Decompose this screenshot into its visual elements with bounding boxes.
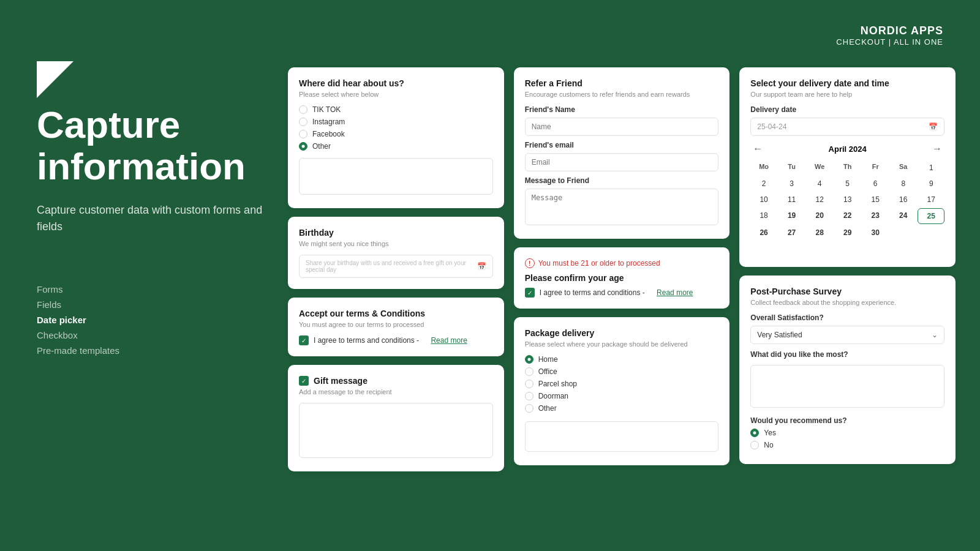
cal-day-5[interactable]: 5 [834,176,861,191]
cal-header-we: We [806,160,833,175]
cal-day-25[interactable]: 25 [918,208,944,224]
calendar-prev[interactable]: ← [750,143,765,154]
radio-other[interactable]: Other [299,142,493,151]
nav-forms[interactable]: Forms [37,284,270,294]
package-notes[interactable] [525,421,719,452]
brand-title: NORDIC APPS [836,24,943,37]
radio-circle-instagram [299,118,307,126]
cal-day-15[interactable]: 15 [862,192,889,207]
age-error: ! You must be 21 or older to processed [525,258,719,268]
nav-date-picker[interactable]: Date picker [37,315,270,325]
age-checkbox[interactable]: ✓ [525,288,535,298]
radio-parcel[interactable]: Parcel shop [525,380,719,388]
cal-day-20[interactable]: 20 [806,208,833,224]
cal-day-24[interactable]: 24 [890,208,917,224]
cal-day-19[interactable]: 19 [778,208,805,224]
cal-day-17[interactable]: 17 [918,192,944,207]
friends-email-input[interactable] [525,153,719,171]
radio-other-package[interactable]: Other [525,404,719,413]
nav-checkbox[interactable]: Checkbox [37,330,270,340]
cal-day-9[interactable]: 9 [918,176,944,191]
calendar-next[interactable]: → [930,143,944,154]
survey-subtitle: Collect feedback about the shopping expe… [750,299,944,306]
gift-subtitle: Add a message to the recipient [299,388,493,395]
friends-email-label: Friend's email [525,141,719,149]
nav-fields[interactable]: Fields [37,299,270,310]
cal-day-3[interactable]: 3 [778,176,805,191]
birthday-subtitle: We might sent you nice things [299,240,493,247]
cal-day-23[interactable]: 23 [862,208,889,224]
survey-title: Post-Purchase Survey [750,287,944,296]
cal-day-28[interactable]: 28 [806,225,833,240]
age-verify-card: ! You must be 21 or older to processed P… [514,247,730,309]
calendar-month: April 2024 [829,144,867,154]
radio-label-parcel: Parcel shop [538,380,577,388]
cal-day-6[interactable]: 6 [862,176,889,191]
cal-day-16[interactable]: 16 [890,192,917,207]
cal-day-empty3: - [750,241,777,256]
cal-day-10[interactable]: 10 [750,192,777,207]
radio-circle-doorman [525,392,533,400]
age-title: Please confirm your age [525,273,719,283]
error-icon: ! [525,258,535,268]
hero-description: Capture customer data with custom forms … [37,202,270,235]
radio-no[interactable]: No [750,441,944,449]
radio-label-no: No [764,441,773,449]
cal-day-18[interactable]: 18 [750,208,777,224]
cal-day-26[interactable]: 26 [750,225,777,240]
radio-label-home: Home [538,355,558,364]
where-heard-title: Where did hear about us? [299,78,493,88]
cal-day-8[interactable]: 8 [890,176,917,191]
cal-day-12[interactable]: 12 [806,192,833,207]
terms-checkbox[interactable]: ✓ [299,335,309,345]
radio-label-tiktok: TIK TOK [312,105,341,114]
cal-day-29[interactable]: 29 [834,225,861,240]
delivery-date-label: Delivery date [750,105,944,114]
terms-checkbox-row[interactable]: ✓ I agree to terms and conditions - Read… [299,335,493,345]
radio-circle-tiktok [299,105,307,114]
radio-yes[interactable]: Yes [750,429,944,437]
cal-day-27[interactable]: 27 [778,225,805,240]
radio-circle-yes [750,429,759,437]
age-checkbox-row[interactable]: ✓ I agree to terms and conditions - Read… [525,288,719,298]
radio-home[interactable]: Home [525,355,719,364]
nav-templates[interactable]: Pre-made templates [37,345,270,356]
birthday-date-input[interactable]: Share your birthday with us and received… [299,255,493,278]
gift-checkbox[interactable]: ✓ [299,376,309,386]
terms-read-more[interactable]: Read more [431,336,467,345]
delivery-title: Select your delivery date and time [750,78,944,88]
branding: NORDIC APPS CHECKOUT | ALL IN ONE [836,24,943,47]
radio-facebook[interactable]: Facebook [299,130,493,138]
cal-day-2[interactable]: 2 [750,176,777,191]
cal-day-empty1: - [890,225,917,240]
cal-day-11[interactable]: 11 [778,192,805,207]
radio-tiktok[interactable]: TIK TOK [299,105,493,114]
cal-day-30[interactable]: 30 [862,225,889,240]
age-read-more[interactable]: Read more [657,288,693,297]
cal-header-fr: Fr [862,160,889,175]
cal-header-sa: Sa [890,160,917,175]
cal-day-1[interactable]: 1 [918,160,944,175]
radio-label-instagram: Instagram [312,118,345,126]
delivery-date-input[interactable]: 25-04-24 📅 [750,118,944,136]
gift-textarea[interactable] [299,403,493,458]
chevron-down-icon: ⌄ [932,331,938,339]
radio-instagram[interactable]: Instagram [299,118,493,126]
radio-label-doorman: Doorman [538,392,568,400]
feedback-textarea[interactable] [750,365,944,408]
cal-day-13[interactable]: 13 [834,192,861,207]
where-heard-subtitle: Please select where below [299,91,493,98]
cal-day-4[interactable]: 4 [806,176,833,191]
cal-day-22[interactable]: 22 [834,208,861,224]
gift-title: Gift message [314,376,368,386]
friends-name-input[interactable] [525,118,719,136]
calendar-grid: Mo Tu We Th Fr Sa 1 2 3 4 5 6 8 9 10 [750,160,944,256]
recommend-label: Would you recommend us? [750,416,944,425]
calendar: ← April 2024 → Mo Tu We Th Fr Sa 1 2 3 4 [750,143,944,256]
satisfaction-select[interactable]: Very Satisfied ⌄ [750,326,944,344]
delivery-date-value: 25-04-24 [757,122,786,131]
radio-office[interactable]: Office [525,367,719,376]
radio-doorman[interactable]: Doorman [525,392,719,400]
where-heard-textarea[interactable] [299,158,493,195]
message-textarea[interactable] [525,189,719,225]
